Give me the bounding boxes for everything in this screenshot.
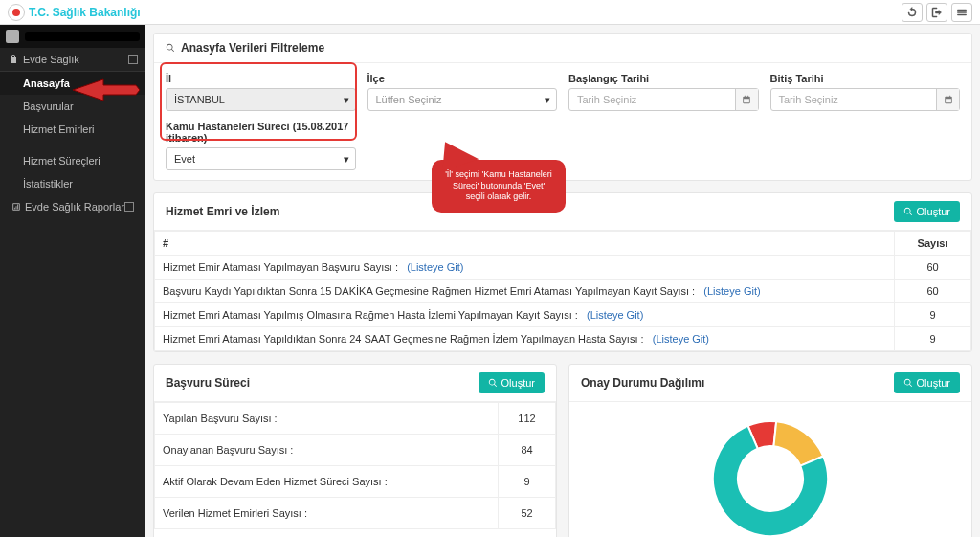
il-select-value: İSTANBUL	[174, 94, 225, 105]
kamu-select-value: Evet	[174, 153, 195, 165]
sidebar-item-label: Evde Sağlık Raporlar	[25, 201, 124, 213]
menu-header-evdesaglik[interactable]: Evde Sağlık	[0, 48, 145, 72]
main-content: Anasyfa Verileri Filtreleme İl İSTANBUL …	[145, 25, 980, 537]
hizmet-emri-panel: Hizmet Emri ve İzlem Oluştur # Sayısı Hi…	[153, 192, 972, 352]
chevron-down-icon: ▾	[344, 153, 349, 166]
row-count: 60	[895, 280, 971, 303]
search-icon	[488, 378, 498, 388]
liste-link[interactable]: (Listeye Git)	[407, 261, 463, 273]
row-count: 9	[499, 466, 556, 498]
chevron-down-icon: ▾	[545, 94, 550, 106]
hamburger-icon	[956, 7, 968, 18]
table-row: Başvuru Kaydı Yapıldıktan Sonra 15 DAKİK…	[155, 280, 971, 303]
table-row: Aktif Olarak Devam Eden Hizmet Süreci Sa…	[155, 466, 556, 498]
menu-button[interactable]	[951, 3, 972, 22]
il-select[interactable]: İSTANBUL ▾	[166, 88, 356, 111]
filter-bitis-group: Bitiş Tarihi Tarih Seçiniz	[770, 73, 961, 111]
hizmet-emri-title: Hizmet Emri ve İzlem	[166, 205, 279, 218]
report-icon	[11, 202, 21, 212]
date-placeholder: Tarih Seçiniz	[577, 94, 636, 105]
row-count: 84	[499, 435, 556, 466]
filter-baslangic-group: Başlangıç Tarihi Tarih Seçiniz	[568, 73, 759, 111]
row-text: Onaylanan Başvuru Sayısı :	[155, 435, 499, 466]
filter-baslangic-label: Başlangıç Tarihi	[568, 73, 759, 84]
user-row[interactable]	[0, 25, 145, 48]
row-text: Hizmet Emri Ataması Yapılmış Olmasına Ra…	[163, 309, 578, 321]
filter-kamu-group: Kamu Hastaneleri Süreci (15.08.2017 itib…	[166, 121, 356, 170]
calendar-icon-svg	[944, 95, 953, 104]
liste-link[interactable]: (Listeye Git)	[587, 309, 643, 321]
calendar-icon[interactable]	[936, 89, 959, 110]
sidebar-item-hizmet-surecleri[interactable]: Hizmet Süreçleri	[0, 149, 145, 172]
calendar-icon-svg	[742, 95, 751, 104]
sidebar-item-raporlar[interactable]: Evde Sağlık Raporlar	[0, 195, 145, 218]
filter-panel: Anasyfa Verileri Filtreleme İl İSTANBUL …	[153, 33, 972, 181]
health-icon	[8, 54, 19, 65]
sidebar-item-label: Hizmet Emirleri	[23, 123, 95, 135]
row-text: Hizmet Emri Ataması Yapıldıktan Sonra 24…	[163, 333, 644, 345]
row-text: Yapılan Başvuru Sayısı :	[155, 403, 499, 435]
olustur-label: Oluştur	[917, 377, 950, 389]
basvuru-olustur-button[interactable]: Oluştur	[479, 372, 545, 393]
filter-ilce-group: İlçe Lütfen Seçiniz ▾	[368, 73, 558, 111]
sidebar-item-label: İstatistikler	[23, 178, 73, 190]
sidebar-item-label: Başvurular	[23, 101, 74, 112]
chevron-down-icon: ▾	[344, 94, 349, 106]
hizmet-emri-table: # Sayısı Hizmet Emir Ataması Yapılmayan …	[154, 231, 971, 351]
table-row: Hizmet Emir Ataması Yapılmayan Başvuru S…	[155, 256, 971, 280]
sidebar-item-hizmet-emirleri[interactable]: Hizmet Emirleri	[0, 118, 145, 141]
filter-panel-body: İl İSTANBUL ▾ İlçe Lütfen Seçiniz ▾ Başl…	[154, 63, 971, 180]
ilce-select[interactable]: Lütfen Seçiniz ▾	[368, 88, 558, 111]
basvuru-table: Yapılan Başvuru Sayısı :112 Onaylanan Ba…	[154, 402, 556, 529]
olustur-label: Oluştur	[501, 377, 535, 389]
onay-olustur-button[interactable]: Oluştur	[894, 372, 960, 393]
refresh-button[interactable]	[902, 3, 923, 22]
expand-icon	[124, 202, 134, 212]
filter-panel-title: Anasyfa Verileri Filtreleme	[181, 41, 324, 55]
row-count: 9	[895, 327, 971, 351]
collapse-toggle-icon[interactable]	[128, 55, 138, 64]
kamu-select[interactable]: Evet ▾	[166, 147, 356, 170]
baslangic-date-input[interactable]: Tarih Seçiniz	[568, 88, 759, 111]
onay-header: Onay Durumu Dağılımı Oluştur	[569, 365, 971, 402]
olustur-label: Oluştur	[917, 206, 950, 217]
row-count: 9	[895, 303, 971, 327]
col-count: Sayısı	[895, 232, 971, 256]
bitis-date-input[interactable]: Tarih Seçiniz	[770, 88, 961, 111]
search-icon	[166, 43, 175, 53]
sidebar: Evde Sağlık Anasayfa Başvurular Hizmet E…	[0, 25, 145, 537]
menu-separator	[0, 145, 145, 145]
donut-chart	[703, 412, 837, 537]
menu-header-label: Evde Sağlık	[23, 54, 79, 65]
basvuru-panel: Başvuru Süreci Oluştur Yapılan Başvuru S…	[153, 364, 557, 537]
row-text: Verilen Hizmet Emirleri Sayısı :	[155, 498, 499, 529]
sidebar-item-label: Anasayfa	[23, 78, 70, 89]
sidebar-item-istatistikler[interactable]: İstatistikler	[0, 172, 145, 195]
table-row: Onaylanan Başvuru Sayısı :84	[155, 435, 556, 466]
row-text: Aktif Olarak Devam Eden Hizmet Süreci Sa…	[155, 466, 499, 498]
sidebar-item-basvurular[interactable]: Başvurular	[0, 95, 145, 118]
row-text: Hizmet Emir Ataması Yapılmayan Başvuru S…	[163, 261, 398, 273]
basvuru-title: Başvuru Süreci	[166, 376, 250, 390]
row-count: 112	[499, 403, 556, 435]
row-count: 52	[499, 498, 556, 529]
brand-title: T.C. Sağlık Bakanlığı	[29, 6, 141, 19]
avatar	[6, 30, 19, 43]
brand-logo	[8, 4, 25, 21]
ilce-select-placeholder: Lütfen Seçiniz	[376, 94, 442, 105]
onay-title: Onay Durumu Dağılımı	[581, 376, 704, 390]
onay-panel: Onay Durumu Dağılımı Oluştur Karar Veril…	[568, 364, 972, 537]
calendar-icon[interactable]	[735, 89, 758, 110]
liste-link[interactable]: (Listeye Git)	[653, 333, 709, 345]
liste-link[interactable]: (Listeye Git)	[703, 285, 760, 297]
donut-chart-body: Karar Verilmedi Onaylandı Reddedildi	[569, 402, 971, 537]
table-row: Hizmet Emri Ataması Yapılmış Olmasına Ra…	[155, 303, 971, 327]
topbar: T.C. Sağlık Bakanlığı	[0, 0, 980, 25]
filter-ilce-label: İlçe	[368, 73, 558, 84]
logout-button[interactable]	[926, 3, 947, 22]
hizmet-emri-header: Hizmet Emri ve İzlem Oluştur	[154, 193, 971, 231]
brand: T.C. Sağlık Bakanlığı	[8, 4, 141, 21]
hizmet-emri-olustur-button[interactable]: Oluştur	[894, 201, 960, 222]
search-icon	[903, 207, 913, 216]
sidebar-item-anasayfa[interactable]: Anasayfa	[0, 72, 145, 95]
